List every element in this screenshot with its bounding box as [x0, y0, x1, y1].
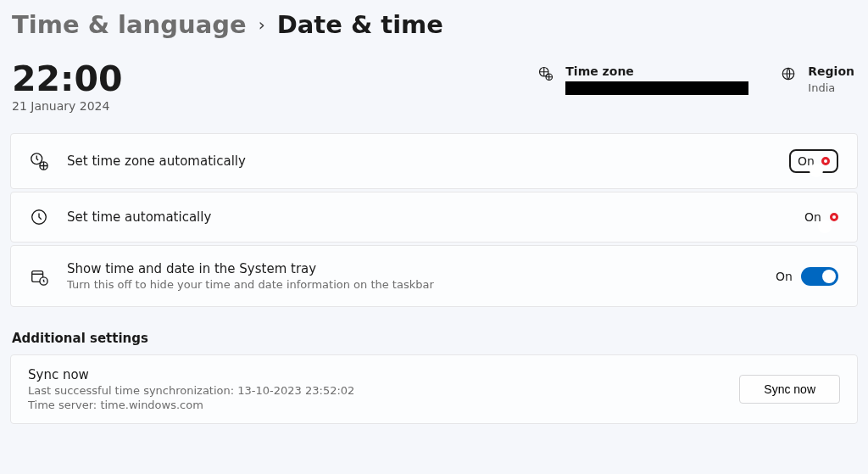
- toggle-state-text: On: [776, 270, 793, 283]
- clock-icon: [30, 208, 48, 226]
- region-value: India: [808, 81, 854, 94]
- time-server-line: Time server: time.windows.com: [28, 399, 739, 411]
- header-row: 22:00 21 January 2024 Time zone: [10, 54, 858, 133]
- setting-subtitle: Turn this off to hide your time and date…: [67, 278, 776, 291]
- chevron-right-icon: ›: [259, 14, 265, 35]
- globe-icon: [781, 66, 796, 81]
- clock-block: 22:00 21 January 2024: [12, 61, 123, 113]
- timezone-summary: Time zone: [538, 64, 748, 95]
- setting-set-timezone-auto: Set time zone automatically On: [10, 133, 858, 189]
- calendar-clock-icon: [30, 267, 48, 286]
- setting-show-in-tray: Show time and date in the System tray Tu…: [10, 245, 858, 307]
- toggle-show-in-tray[interactable]: [801, 267, 838, 286]
- clock-globe-icon: [538, 66, 554, 81]
- sync-now-card: Sync now Last successful time synchroniz…: [10, 354, 858, 424]
- current-time: 22:00: [12, 61, 123, 98]
- region-label: Region: [808, 64, 854, 78]
- section-additional-settings: Additional settings: [12, 331, 856, 346]
- last-sync-line: Last successful time synchronization: 13…: [28, 384, 739, 397]
- current-date: 21 January 2024: [12, 99, 123, 113]
- setting-title: Set time automatically: [67, 209, 804, 225]
- sync-now-button[interactable]: Sync now: [739, 375, 840, 404]
- timezone-value-redacted: [565, 81, 748, 95]
- sync-title: Sync now: [28, 367, 739, 382]
- timezone-label: Time zone: [565, 64, 748, 78]
- toggle-highlight-focus: On: [789, 149, 838, 173]
- breadcrumb-parent[interactable]: Time & language: [12, 10, 247, 39]
- region-summary: Region India: [781, 64, 854, 94]
- clock-globe-icon: [30, 152, 48, 170]
- setting-title: Show time and date in the System tray: [67, 261, 776, 276]
- setting-title: Set time zone automatically: [67, 153, 789, 169]
- breadcrumb: Time & language › Date & time: [10, 0, 858, 54]
- setting-set-time-auto: Set time automatically On: [10, 192, 858, 243]
- breadcrumb-current: Date & time: [277, 10, 443, 39]
